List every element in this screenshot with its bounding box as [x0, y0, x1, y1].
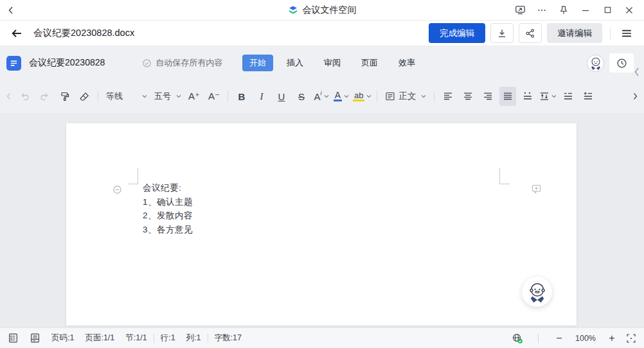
decrease-indent-button[interactable]: [560, 87, 577, 106]
style-name-value: 正文: [398, 91, 416, 102]
download-button[interactable]: [490, 23, 514, 43]
font-name-select[interactable]: 等线: [103, 87, 150, 106]
statusbar-right: − 100% +: [512, 333, 636, 344]
finish-editing-button[interactable]: 完成编辑: [429, 23, 485, 43]
doc-line[interactable]: 1、确认主题: [143, 195, 193, 209]
ribbon-bar: 会议纪要20230828 自动保存所有内容 开始 插入 审阅 页面 效率: [0, 46, 644, 80]
zoom-level[interactable]: 100%: [573, 334, 598, 343]
align-left-button[interactable]: [440, 87, 456, 106]
toolbar-scroll-right-icon[interactable]: [630, 87, 640, 106]
close-button[interactable]: [621, 3, 638, 18]
document-canvas[interactable]: 会议纪要: 1、确认主题 2、发散内容 3、各方意见: [0, 113, 644, 327]
tab-efficiency[interactable]: 效率: [391, 55, 422, 71]
doc-line[interactable]: 2、发散内容: [143, 209, 193, 223]
bold-button[interactable]: B: [233, 87, 250, 106]
doc-line[interactable]: 3、各方意见: [143, 223, 193, 237]
font-color-letter: A: [334, 91, 342, 101]
document-title: 会议纪要20230828: [29, 57, 105, 69]
divider: [208, 334, 208, 343]
outline-view-icon[interactable]: [8, 333, 19, 344]
status-page-count: 页面:1/1: [85, 333, 114, 344]
statusbar: 页码:1 页面:1/1 节:1/1 行:1 列:1 字数:17 − 10: [0, 327, 644, 348]
chevron-down-icon: [176, 94, 181, 98]
app-window: 会议文件空间: [0, 0, 644, 348]
autosave-status: 自动保存所有内容: [142, 57, 222, 69]
undo-button[interactable]: [16, 87, 33, 106]
chevron-down-icon: [551, 94, 557, 98]
font-size-select[interactable]: 五号: [153, 87, 183, 106]
statusbar-cursor: 行:1 列:1: [161, 333, 201, 344]
paragraph-spacing-button[interactable]: [539, 87, 557, 106]
user-avatar[interactable]: [587, 55, 604, 72]
statusbar-left: 页码:1 页面:1/1 节:1/1: [8, 333, 147, 344]
titlebar: 会议文件空间: [0, 0, 644, 21]
screen-share-icon[interactable]: [512, 3, 528, 18]
divider: [228, 91, 228, 102]
highlight-color-button[interactable]: ab: [353, 87, 371, 106]
divider: [377, 91, 377, 102]
more-dots-icon[interactable]: [533, 3, 550, 18]
document-icon[interactable]: [6, 56, 21, 71]
line-spacing-button[interactable]: [519, 87, 536, 106]
tab-insert[interactable]: 插入: [280, 55, 310, 71]
status-word-count: 字数:17: [215, 333, 242, 344]
panel-expand-chevron-icon[interactable]: [632, 65, 641, 78]
increase-indent-button[interactable]: [580, 87, 596, 106]
history-button[interactable]: [609, 53, 634, 73]
chevron-down-icon: [421, 94, 426, 98]
text-effect-letter: A: [314, 91, 320, 102]
text-effect-button[interactable]: Ai: [313, 87, 330, 106]
redo-button[interactable]: [36, 87, 53, 106]
check-circle-icon: [142, 58, 152, 68]
doc-line[interactable]: 会议纪要:: [143, 181, 193, 195]
tab-home[interactable]: 开始: [242, 55, 273, 71]
document-filename: 会议纪要20230828.docx: [33, 27, 134, 39]
maximize-button[interactable]: [599, 3, 616, 18]
share-icon: [525, 28, 535, 39]
eraser-button[interactable]: [76, 87, 93, 106]
document-text[interactable]: 会议纪要: 1、确认主题 2、发散内容 3、各方意见: [143, 181, 193, 236]
ribbon-left: 会议纪要20230828 自动保存所有内容: [6, 46, 222, 80]
justify-button[interactable]: [499, 87, 516, 106]
titlebar-controls: [512, 3, 644, 18]
header-actions: 完成编辑 邀请编辑: [429, 23, 644, 43]
fit-screen-icon[interactable]: [626, 333, 636, 344]
tab-page[interactable]: 页面: [354, 55, 385, 71]
align-center-button[interactable]: [460, 87, 476, 106]
increase-font-button[interactable]: A⁺: [186, 87, 202, 106]
share-button[interactable]: [519, 23, 542, 43]
page-view-icon[interactable]: [30, 333, 40, 344]
status-section: 节:1/1: [125, 333, 147, 344]
pin-icon[interactable]: [555, 3, 572, 18]
spellcheck-globe-icon[interactable]: [512, 333, 523, 344]
paragraph-style-select[interactable]: 正文: [382, 87, 429, 106]
strikethrough-button[interactable]: S: [293, 87, 310, 106]
chevron-down-icon: [142, 94, 147, 98]
align-right-button[interactable]: [479, 87, 496, 106]
tab-review[interactable]: 审阅: [317, 55, 348, 71]
titlebar-back-button[interactable]: [0, 5, 22, 15]
add-comment-icon[interactable]: [531, 184, 542, 195]
chevron-left-icon: [6, 5, 16, 15]
hamburger-menu-button[interactable]: [618, 26, 635, 41]
outline-collapse-icon[interactable]: [112, 185, 122, 195]
highlight-letters: ab: [353, 91, 364, 101]
italic-button[interactable]: I: [253, 87, 270, 106]
arrow-left-icon: [10, 27, 23, 40]
underline-button[interactable]: U: [273, 87, 290, 106]
toolbar-scroll-left-icon[interactable]: [4, 87, 13, 106]
assistant-avatar[interactable]: [522, 277, 552, 307]
font-name-value: 等线: [106, 91, 123, 102]
back-button[interactable]: [0, 27, 33, 40]
font-color-button[interactable]: A: [333, 87, 350, 106]
format-painter-button[interactable]: [56, 87, 73, 106]
text-effect-sup: i: [321, 90, 322, 96]
minimize-button[interactable]: [577, 3, 594, 18]
document-page[interactable]: 会议纪要: 1、确认主题 2、发散内容 3、各方意见: [66, 123, 577, 326]
zoom-out-button[interactable]: −: [553, 333, 565, 344]
download-icon: [497, 28, 507, 39]
chevron-down-icon: [366, 94, 371, 98]
invite-edit-button[interactable]: 邀请编辑: [547, 23, 602, 43]
zoom-in-button[interactable]: +: [606, 333, 618, 344]
decrease-font-button[interactable]: A⁻: [206, 87, 222, 106]
